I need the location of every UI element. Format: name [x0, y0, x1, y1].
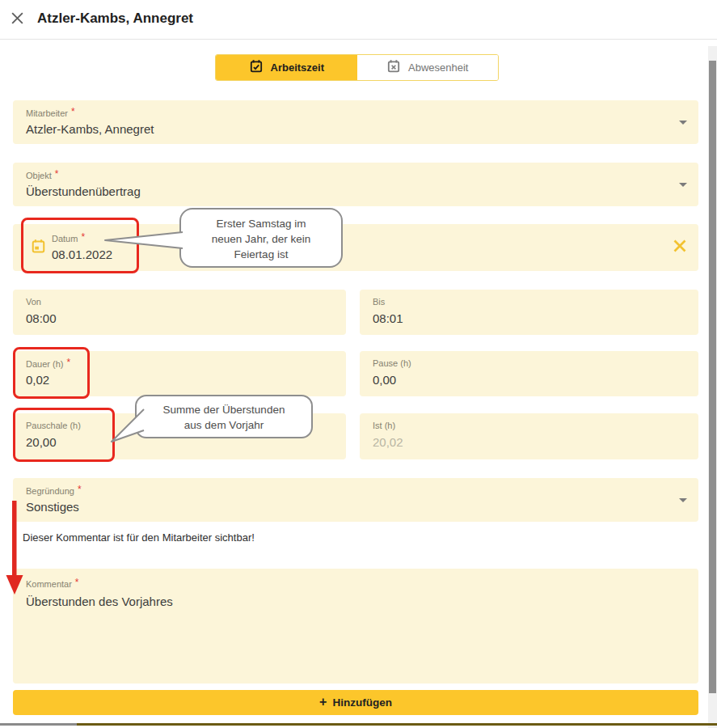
field-label: Von: [26, 297, 41, 307]
datum-note-bubble: Erster Samstag im neuen Jahr, der kein F…: [179, 208, 343, 268]
field-label: Ist (h): [373, 421, 395, 430]
add-button-label: Hinzufügen: [332, 696, 392, 709]
field-value: 20,02: [373, 435, 403, 449]
comment-visibility-hint: Dieser Kommentar ist für den Mitarbeiter…: [23, 531, 255, 544]
dauer-field[interactable]: Dauer (h)* 0,02: [13, 351, 346, 396]
field-value: Sonstiges: [26, 500, 79, 514]
field-label: Pause (h): [373, 358, 411, 368]
required-mark: *: [75, 577, 79, 588]
tab-abwesenheit[interactable]: Abwesenheit: [357, 55, 499, 80]
field-value: 08:01: [373, 311, 403, 325]
pauschale-note-bubble-tail: [105, 404, 150, 447]
field-label: Pauschale (h): [26, 421, 81, 430]
tab-arbeitszeit[interactable]: Arbeitszeit: [216, 55, 357, 80]
field-value: 0,02: [26, 373, 49, 387]
field-label: Kommentar*: [26, 578, 79, 590]
tab-group: Arbeitszeit Abwesenheit: [215, 54, 499, 81]
bis-field[interactable]: Bis 08:01: [360, 290, 698, 335]
tab-label: Arbeitszeit: [271, 61, 324, 74]
von-field[interactable]: Von 08:00: [13, 290, 346, 335]
clear-row-icon[interactable]: [673, 239, 687, 256]
field-value: 0,00: [373, 373, 396, 387]
calendar-icon[interactable]: [31, 239, 46, 257]
field-value: 08:00: [26, 311, 57, 325]
field-value: Überstunden des Vorjahres: [26, 595, 173, 608]
time-entry-dialog: Atzler-Kambs, Annegret Arbeitszeit: [0, 0, 717, 728]
pause-field[interactable]: Pause (h) 0,00: [360, 351, 698, 396]
header-divider: [0, 39, 717, 40]
hinzufuegen-button[interactable]: + Hinzufügen: [13, 690, 698, 715]
scrollbar-thumb[interactable]: [709, 61, 716, 693]
field-label: Bis: [373, 297, 385, 307]
datum-note-bubble-tail: [102, 229, 183, 252]
chevron-down-icon: [679, 183, 687, 187]
required-mark: *: [71, 106, 75, 117]
required-mark: *: [55, 168, 59, 180]
field-label: Datum*: [52, 233, 85, 244]
chevron-down-icon: [679, 121, 687, 125]
calendar-check-icon: [249, 59, 264, 76]
calendar-x-icon: [386, 59, 401, 76]
kommentar-textarea[interactable]: Kommentar* Überstunden des Vorjahres: [13, 569, 698, 684]
field-label: Begründung*: [26, 485, 82, 497]
required-mark: *: [78, 484, 82, 495]
field-label: Dauer (h)*: [26, 358, 70, 370]
bottom-bar-olive: [77, 723, 717, 726]
plus-icon: +: [319, 695, 327, 709]
objekt-select[interactable]: Objekt* Überstundenübertrag: [13, 163, 698, 206]
field-label: Mitarbeiter*: [26, 108, 75, 119]
field-label: Objekt*: [26, 170, 58, 181]
red-down-arrow: [4, 501, 25, 596]
ist-field: Ist (h) 20,02: [360, 413, 698, 459]
field-value: Überstundenübertrag: [26, 184, 141, 198]
pauschale-note-bubble: Summe der Überstunden aus dem Vorjahr: [135, 395, 313, 438]
scrollbar-track[interactable]: [708, 46, 717, 728]
chevron-down-icon: [679, 498, 687, 502]
required-mark: *: [66, 357, 70, 368]
tab-label: Abwesenheit: [408, 61, 468, 74]
begruendung-select[interactable]: Begründung* Sonstiges: [13, 478, 698, 522]
mitarbeiter-select[interactable]: Mitarbeiter* Atzler-Kambs, Annegret: [13, 100, 698, 144]
dialog-title: Atzler-Kambs, Annegret: [37, 11, 193, 27]
bottom-bar-gray: [0, 723, 77, 726]
required-mark: *: [81, 231, 85, 243]
field-value: 20,00: [26, 435, 57, 449]
close-icon[interactable]: [8, 11, 26, 28]
field-value: Atzler-Kambs, Annegret: [26, 122, 154, 136]
